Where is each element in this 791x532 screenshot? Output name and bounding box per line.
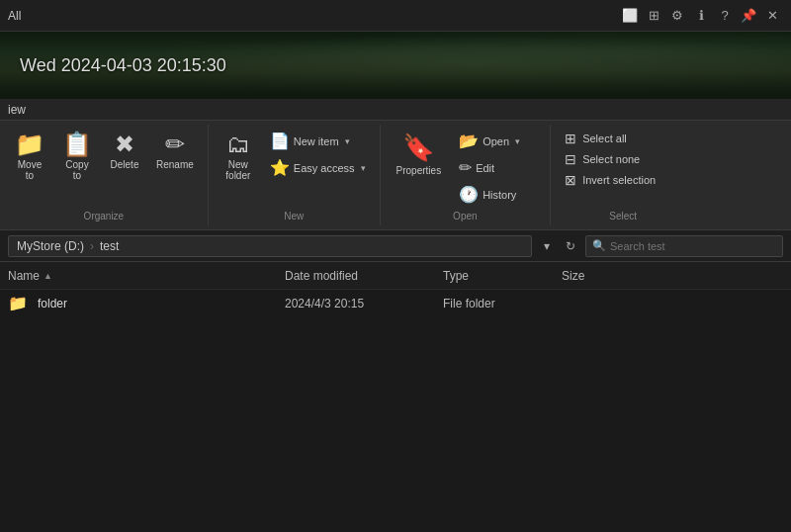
new-col: 📄 New item ▾ ⭐ Easy access ▾ bbox=[264, 129, 372, 180]
copy-to-icon: 📋 bbox=[62, 133, 92, 156]
table-row[interactable]: 📁 folder 2024/4/3 20:15 File folder bbox=[0, 290, 791, 317]
help-icon[interactable]: ? bbox=[714, 5, 736, 27]
delete-label: Delete bbox=[111, 159, 139, 170]
address-path[interactable]: MyStore (D:) › test bbox=[8, 235, 532, 257]
search-box[interactable]: 🔍 bbox=[585, 235, 783, 257]
col-date-header[interactable]: Date modified bbox=[285, 269, 443, 283]
properties-label: Properties bbox=[396, 165, 442, 176]
invert-selection-icon: ⊠ bbox=[565, 172, 576, 188]
select-none-icon: ⊟ bbox=[565, 151, 576, 167]
new-folder-button[interactable]: 🗂 Newfolder bbox=[217, 129, 260, 185]
grid-icon[interactable]: ⊞ bbox=[643, 5, 664, 27]
ribbon-group-open: 🔖 Properties 📂 Open ▾ ✏ Edit 🕐 bbox=[381, 125, 552, 225]
file-name-cell: 📁 folder bbox=[8, 294, 285, 312]
hero-datetime: Wed 2024-04-03 20:15:30 bbox=[20, 55, 226, 76]
title-bar-text: All bbox=[8, 9, 21, 23]
info-icon[interactable]: ℹ bbox=[690, 5, 712, 27]
sort-arrow-icon: ▲ bbox=[44, 271, 52, 281]
folder-icon: 📁 bbox=[8, 294, 28, 312]
move-to-button[interactable]: 📁 Moveto bbox=[8, 129, 51, 185]
ribbon-header: iew bbox=[0, 99, 791, 121]
new-label: New bbox=[284, 211, 304, 222]
ribbon-view-label: iew bbox=[8, 103, 26, 117]
file-list: Name ▲ Date modified Type Size 📁 folder … bbox=[0, 262, 791, 317]
pin-icon[interactable]: 📌 bbox=[738, 5, 759, 27]
edit-label: Edit bbox=[476, 162, 494, 174]
new-item-label: New item bbox=[294, 135, 339, 147]
ribbon-group-organize: 📁 Moveto 📋 Copyto ✖ Delete ✏ Rename Orga… bbox=[0, 125, 209, 225]
new-item-icon: 📄 bbox=[270, 132, 290, 150]
file-name-text: folder bbox=[38, 297, 67, 310]
open-arrow: ▾ bbox=[515, 136, 520, 146]
copy-to-label: Copyto bbox=[65, 159, 88, 181]
open-icon: 📂 bbox=[459, 132, 479, 150]
new-item-button[interactable]: 📄 New item ▾ bbox=[264, 129, 372, 153]
ribbon-group-new: 🗂 Newfolder 📄 New item ▾ ⭐ Easy access ▾ bbox=[209, 125, 381, 225]
ribbon-content: 📁 Moveto 📋 Copyto ✖ Delete ✏ Rename Orga… bbox=[0, 121, 791, 229]
file-list-header: Name ▲ Date modified Type Size bbox=[0, 262, 791, 290]
address-separator: › bbox=[90, 239, 94, 253]
open-col: 📂 Open ▾ ✏ Edit 🕐 History bbox=[453, 129, 542, 207]
properties-icon: 🔖 bbox=[402, 133, 434, 163]
rename-label: Rename bbox=[156, 159, 194, 170]
open-label: Open bbox=[483, 135, 509, 147]
properties-button[interactable]: 🔖 Properties bbox=[389, 129, 450, 180]
file-type-cell: File folder bbox=[443, 297, 562, 310]
address-down-button[interactable]: ▾ bbox=[536, 235, 558, 257]
easy-access-label: Easy access bbox=[294, 162, 355, 174]
col-name-header[interactable]: Name ▲ bbox=[8, 269, 285, 283]
select-group: ⊞ Select all ⊟ Select none ⊠ Invert sele… bbox=[559, 129, 687, 190]
history-label: History bbox=[483, 189, 516, 201]
copy-to-button[interactable]: 📋 Copyto bbox=[55, 129, 99, 185]
move-to-icon: 📁 bbox=[15, 133, 44, 156]
history-icon: 🕐 bbox=[459, 185, 479, 204]
file-date-text: 2024/4/3 20:15 bbox=[285, 297, 364, 310]
new-item-arrow: ▾ bbox=[345, 136, 350, 146]
history-button[interactable]: 🕐 History bbox=[453, 182, 542, 207]
hero-area: Wed 2024-04-03 20:15:30 bbox=[0, 32, 791, 99]
title-bar: All ⬜ ⊞ ⚙ ℹ ? 📌 ✕ bbox=[0, 0, 791, 32]
select-all-label: Select all bbox=[582, 133, 627, 144]
open-items: 🔖 Properties 📂 Open ▾ ✏ Edit 🕐 bbox=[389, 129, 543, 207]
edit-button[interactable]: ✏ Edit bbox=[453, 155, 542, 180]
col-type-label: Type bbox=[443, 269, 469, 283]
search-input[interactable] bbox=[610, 240, 776, 252]
title-bar-left: All bbox=[8, 9, 21, 23]
open-label: Open bbox=[453, 211, 477, 222]
col-name-label: Name bbox=[8, 269, 40, 283]
close-icon[interactable]: ✕ bbox=[761, 5, 783, 27]
search-icon: 🔍 bbox=[592, 239, 606, 252]
new-items: 🗂 Newfolder 📄 New item ▾ ⭐ Easy access ▾ bbox=[217, 129, 372, 207]
file-date-cell: 2024/4/3 20:15 bbox=[285, 297, 443, 310]
new-folder-icon: 🗂 bbox=[226, 133, 250, 156]
easy-access-button[interactable]: ⭐ Easy access ▾ bbox=[264, 155, 372, 180]
col-date-label: Date modified bbox=[285, 269, 358, 283]
address-drive: MyStore (D:) bbox=[17, 239, 84, 253]
edit-icon: ✏ bbox=[459, 158, 472, 177]
select-none-button[interactable]: ⊟ Select none bbox=[559, 149, 687, 169]
monitor-icon[interactable]: ⬜ bbox=[619, 5, 641, 27]
select-all-button[interactable]: ⊞ Select all bbox=[559, 129, 687, 148]
easy-access-arrow: ▾ bbox=[361, 163, 366, 173]
select-items: ⊞ Select all ⊟ Select none ⊠ Invert sele… bbox=[559, 129, 687, 207]
col-size-header[interactable]: Size bbox=[562, 269, 660, 283]
settings-icon[interactable]: ⚙ bbox=[666, 5, 688, 27]
address-refresh-button[interactable]: ↻ bbox=[560, 235, 581, 257]
address-controls: ▾ ↻ bbox=[536, 235, 581, 257]
select-all-icon: ⊞ bbox=[565, 131, 576, 146]
select-none-label: Select none bbox=[582, 153, 640, 165]
open-button[interactable]: 📂 Open ▾ bbox=[453, 129, 542, 153]
easy-access-icon: ⭐ bbox=[270, 158, 290, 177]
delete-button[interactable]: ✖ Delete bbox=[103, 129, 146, 174]
new-folder-label: Newfolder bbox=[225, 159, 250, 181]
rename-icon: ✏ bbox=[165, 133, 185, 156]
ribbon: iew 📁 Moveto 📋 Copyto ✖ Delete ✏ bbox=[0, 99, 791, 230]
move-to-label: Moveto bbox=[18, 159, 42, 181]
invert-selection-label: Invert selection bbox=[582, 174, 656, 186]
organize-label: Organize bbox=[84, 211, 125, 222]
col-type-header[interactable]: Type bbox=[443, 269, 562, 283]
invert-selection-button[interactable]: ⊠ Invert selection bbox=[559, 170, 687, 190]
file-type-text: File folder bbox=[443, 297, 495, 310]
select-label: Select bbox=[609, 211, 637, 222]
rename-button[interactable]: ✏ Rename bbox=[150, 129, 200, 174]
